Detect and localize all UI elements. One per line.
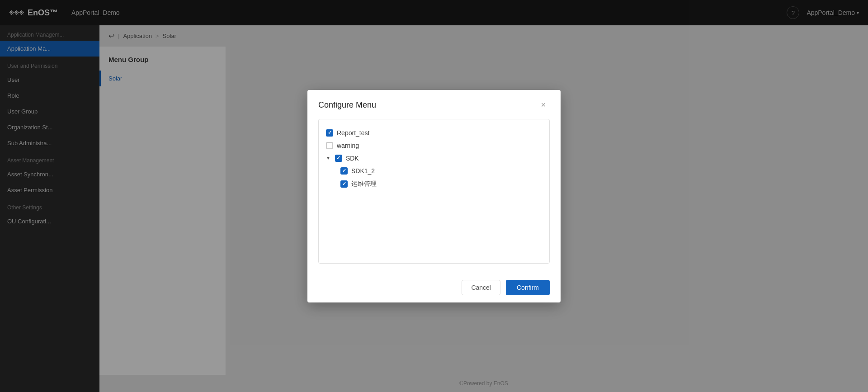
check-icon: ✓ (328, 130, 332, 136)
tree-item-report-test: ✓ Report_test (326, 127, 542, 139)
tree-item-label: Report_test (337, 129, 369, 137)
tree-item-warning: warning (326, 139, 542, 152)
tree-item-sdk: ▼ ✓ SDK (326, 152, 542, 165)
modal-title: Configure Menu (318, 100, 376, 110)
configure-menu-modal: Configure Menu × ✓ Report_test warni (307, 90, 561, 302)
tree-item-sdk1-2: ✓ SDK1_2 (340, 165, 542, 177)
tree-collapse-icon[interactable]: ▼ (326, 156, 330, 161)
modal-body: ✓ Report_test warning ▼ ✓ (307, 119, 561, 273)
tree-item-label: 运维管理 (351, 180, 377, 188)
menu-tree: ✓ Report_test warning ▼ ✓ (318, 119, 550, 264)
checkbox-sdk[interactable]: ✓ (335, 155, 342, 162)
check-icon: ✓ (342, 168, 346, 174)
confirm-button[interactable]: Confirm (506, 280, 550, 295)
tree-item-ops-management: ✓ 运维管理 (340, 177, 542, 191)
check-icon: ✓ (342, 181, 346, 187)
checkbox-warning[interactable] (326, 142, 333, 149)
checkbox-report-test[interactable]: ✓ (326, 129, 333, 137)
tree-item-label: SDK1_2 (351, 167, 375, 175)
tree-item-label: warning (337, 142, 359, 149)
modal-close-button[interactable]: × (537, 99, 550, 112)
modal-footer: Cancel Confirm (307, 273, 561, 302)
modal-overlay: Configure Menu × ✓ Report_test warni (0, 0, 868, 392)
checkbox-sdk1-2[interactable]: ✓ (340, 167, 348, 175)
cancel-button[interactable]: Cancel (462, 280, 500, 295)
checkbox-ops-management[interactable]: ✓ (340, 180, 348, 188)
modal-header: Configure Menu × (307, 90, 561, 119)
tree-item-label: SDK (346, 155, 359, 162)
check-icon: ✓ (336, 155, 340, 161)
